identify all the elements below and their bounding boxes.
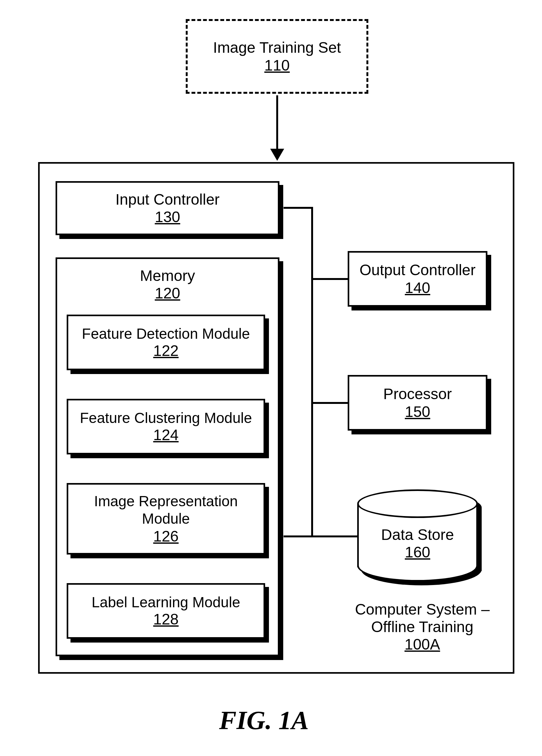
input-controller-box: Input Controller 130 (56, 181, 279, 235)
feature-detection-label: Feature Detection Module (82, 325, 250, 342)
system-label-line2: Offline Training (343, 618, 502, 636)
image-representation-num: 126 (153, 528, 179, 545)
arrow-trainingset-to-system (276, 95, 278, 149)
feature-clustering-box: Feature Clustering Module 124 (67, 399, 265, 454)
output-controller-num: 140 (405, 279, 430, 296)
system-label-line1: Computer System – (343, 601, 502, 618)
processor-label: Processor (383, 385, 452, 403)
output-controller-box: Output Controller 140 (348, 251, 487, 307)
feature-detection-num: 122 (153, 342, 179, 359)
data-store-num: 160 (357, 543, 478, 561)
image-representation-label1: Image Representation (94, 493, 238, 510)
feature-detection-box: Feature Detection Module 122 (67, 315, 265, 370)
data-store-cylinder: Data Store 160 (357, 489, 478, 582)
bus-from-input-controller (283, 207, 313, 209)
training-set-label: Image Training Set (213, 39, 341, 56)
bus-to-output-controller (311, 278, 348, 280)
feature-clustering-label: Feature Clustering Module (80, 410, 252, 426)
bus-to-processor (311, 402, 348, 404)
feature-clustering-num: 124 (153, 426, 179, 444)
training-set-box: Image Training Set 110 (186, 19, 368, 94)
processor-box: Processor 150 (348, 375, 487, 431)
label-learning-label: Label Learning Module (92, 594, 240, 611)
memory-label: Memory (57, 267, 278, 284)
figure-label: FIG. 1A (219, 705, 309, 735)
system-num: 100A (343, 636, 502, 653)
bus-from-memory (283, 535, 313, 537)
memory-num: 120 (57, 284, 278, 302)
image-representation-box: Image Representation Module 126 (67, 483, 265, 555)
input-controller-label: Input Controller (115, 191, 220, 208)
output-controller-label: Output Controller (359, 261, 476, 279)
label-learning-box: Label Learning Module 128 (67, 583, 265, 639)
processor-num: 150 (405, 403, 430, 420)
system-label-group: Computer System – Offline Training 100A (343, 601, 502, 653)
bus-to-data-store (311, 535, 357, 537)
data-store-label: Data Store (357, 526, 478, 543)
label-learning-num: 128 (153, 610, 179, 628)
arrowhead-trainingset-to-system (270, 149, 284, 161)
input-controller-num: 130 (155, 208, 180, 226)
image-representation-label2: Module (142, 510, 190, 528)
bus-spine (311, 207, 313, 537)
training-set-num: 110 (264, 57, 289, 74)
